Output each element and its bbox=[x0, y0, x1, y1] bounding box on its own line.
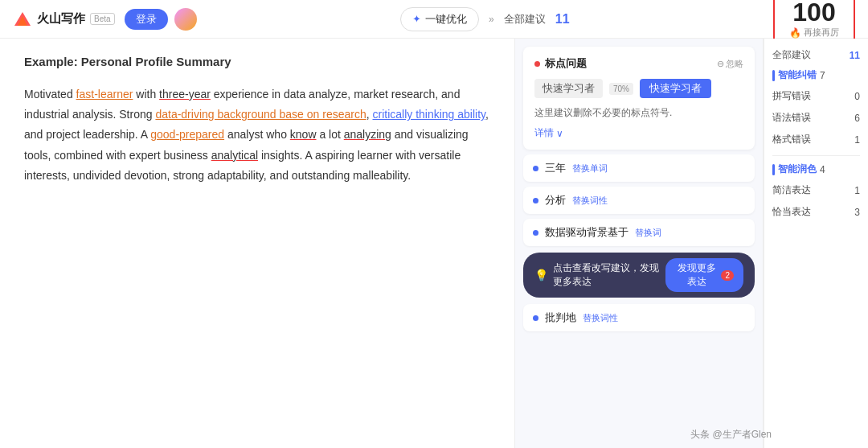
highlight-analyzing: analyzing bbox=[344, 128, 391, 141]
login-button[interactable]: 登录 bbox=[125, 9, 168, 30]
watermark: 头条 @生产者Glen bbox=[690, 428, 772, 442]
token-badge: 70% bbox=[609, 83, 633, 95]
correction-count: 7 bbox=[820, 70, 825, 81]
mini-card-critically: 批判地 替换词性 bbox=[523, 304, 755, 331]
logo-icon bbox=[13, 10, 32, 29]
group-bar-icon bbox=[772, 70, 775, 81]
mini-card-sub[interactable]: 替换词 bbox=[635, 227, 661, 239]
tooltip-bar: 💡 点击查看改写建议，发现更多表达 发现更多表达 2 bbox=[523, 253, 755, 298]
highlight-data-driving: data-driving background base on research bbox=[155, 108, 366, 121]
card-title: 标点问题 bbox=[545, 56, 587, 71]
mini-card-title: 分析 bbox=[545, 193, 566, 208]
highlight-know: know bbox=[290, 128, 317, 141]
card-desc: 这里建议删除不必要的标点符号. bbox=[534, 106, 743, 120]
mini-card-three-year: 三年 替换单词 bbox=[523, 154, 755, 182]
content-area: Example: Personal Profile Summary Motiva… bbox=[0, 39, 514, 448]
suggestions-panel: 标点问题 ⊖ 忽略 快速学习者 70% 快速学习者 这里建议删除不必要的标点符号… bbox=[514, 39, 764, 448]
header-center: ✦ 一键优化 » 全部建议 11 bbox=[197, 7, 773, 31]
highlight-fast-learner: fast-learner bbox=[76, 88, 133, 101]
discover-button[interactable]: 发现更多表达 2 bbox=[665, 258, 743, 292]
optimize-button[interactable]: ✦ 一键优化 bbox=[400, 7, 479, 31]
chevron-down-icon: ∨ bbox=[556, 128, 563, 139]
app-name: 火山写作 bbox=[37, 11, 85, 27]
dot-red-icon bbox=[534, 61, 540, 67]
highlight-good-prepared: good-prepared bbox=[150, 128, 224, 141]
sidebar-group-correction: 智能纠错 7 bbox=[772, 68, 860, 82]
bulb-icon: 💡 bbox=[534, 269, 548, 282]
sidebar-all-count: 11 bbox=[850, 50, 860, 61]
sidebar-item-concise[interactable]: 简洁表达 1 bbox=[772, 179, 860, 201]
sidebar-item-appropriate[interactable]: 恰当表达 3 bbox=[772, 201, 860, 223]
score-sub: 🔥 再接再厉 bbox=[789, 27, 839, 39]
dot-blue-icon bbox=[533, 230, 538, 236]
ignore-button[interactable]: ⊖ 忽略 bbox=[717, 58, 743, 70]
card-header: 标点问题 ⊖ 忽略 bbox=[534, 56, 743, 71]
mini-card-title: 批判地 bbox=[545, 310, 576, 325]
right-sidebar: 全部建议 11 智能纠错 7 拼写错误 0 语法错误 6 格式错误 1 智能润色… bbox=[764, 39, 868, 448]
mini-card-sub[interactable]: 替换词性 bbox=[572, 195, 608, 207]
sidebar-group-polish: 智能润色 4 bbox=[772, 162, 860, 176]
mini-card-sub[interactable]: 替换词性 bbox=[583, 312, 618, 324]
circle-x-icon: ⊖ bbox=[717, 59, 724, 69]
doc-body: Motivated fast-learner with three-year e… bbox=[24, 84, 490, 186]
dot-blue-icon bbox=[533, 315, 538, 321]
logo-area: 火山写作 Beta bbox=[13, 10, 115, 29]
suggestion-card-punctuation: 标点问题 ⊖ 忽略 快速学习者 70% 快速学习者 这里建议删除不必要的标点符号… bbox=[523, 47, 755, 150]
star-icon: ✦ bbox=[412, 13, 421, 25]
main-layout: Example: Personal Profile Summary Motiva… bbox=[0, 39, 868, 448]
sidebar-item-spelling[interactable]: 拼写错误 0 bbox=[772, 85, 860, 107]
mini-card-analyze: 分析 替换词性 bbox=[523, 187, 755, 214]
sidebar-item-format[interactable]: 格式错误 1 bbox=[772, 129, 860, 150]
sidebar-divider bbox=[772, 155, 860, 156]
token-suggested[interactable]: 快速学习者 bbox=[640, 79, 711, 98]
suggestions-count: 11 bbox=[555, 12, 570, 27]
avatar bbox=[174, 8, 197, 31]
suggestions-label: 全部建议 bbox=[504, 12, 546, 27]
highlight-thinking: critically thinking ability bbox=[372, 108, 485, 121]
beta-badge: Beta bbox=[90, 13, 115, 25]
doc-title: Example: Personal Profile Summary bbox=[24, 55, 490, 68]
chevron-icon: » bbox=[489, 14, 494, 25]
sidebar-all-label: 全部建议 11 bbox=[772, 48, 860, 62]
group-bar-icon bbox=[772, 164, 775, 175]
token-original: 快速学习者 bbox=[534, 79, 603, 98]
mini-card-title: 三年 bbox=[545, 161, 566, 175]
token-row: 快速学习者 70% 快速学习者 bbox=[534, 79, 743, 98]
mini-card-data-driving-wrapper: 数据驱动背景基于 替换词 bbox=[523, 219, 755, 246]
highlight-analytical: analytical bbox=[211, 149, 258, 162]
optimize-label: 一键优化 bbox=[425, 12, 467, 27]
discover-badge: 2 bbox=[721, 270, 734, 281]
card-title-row: 标点问题 bbox=[534, 56, 587, 71]
app-header: 火山写作 Beta 登录 ✦ 一键优化 » 全部建议 11 100 🔥 再接再厉 bbox=[0, 0, 868, 39]
card-detail-button[interactable]: 详情 ∨ bbox=[534, 126, 743, 140]
tooltip-text: 💡 点击查看改写建议，发现更多表达 bbox=[534, 261, 665, 289]
fire-icon: 🔥 bbox=[789, 27, 801, 39]
mini-card-title: 数据驱动背景基于 bbox=[545, 225, 628, 240]
score-number: 100 bbox=[789, 0, 839, 25]
dot-blue-icon bbox=[533, 166, 538, 171]
mini-card-data-driving: 数据驱动背景基于 替换词 bbox=[523, 219, 755, 246]
dot-blue-icon bbox=[533, 198, 538, 203]
sidebar-item-grammar[interactable]: 语法错误 6 bbox=[772, 107, 860, 129]
mini-card-sub[interactable]: 替换单词 bbox=[572, 162, 608, 175]
highlight-three-year: three-year bbox=[159, 88, 211, 101]
